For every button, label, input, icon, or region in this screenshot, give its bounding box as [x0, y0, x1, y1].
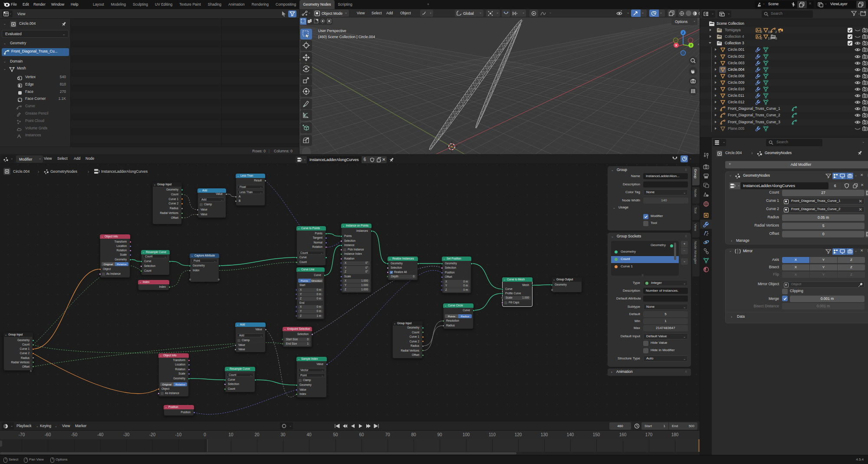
svg-text:Z: Z	[682, 31, 684, 35]
svg-text:X: X	[675, 43, 677, 47]
svg-text:Y: Y	[690, 43, 692, 47]
